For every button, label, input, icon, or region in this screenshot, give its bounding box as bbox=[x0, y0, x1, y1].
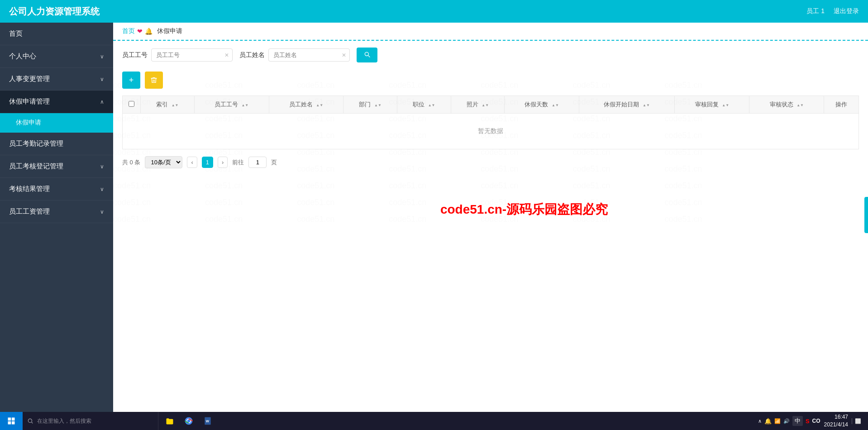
search-label-name: 员工姓名 bbox=[239, 51, 265, 59]
taskbar-apps: W bbox=[158, 412, 219, 430]
page-size-select[interactable]: 10条/页 20条/页 50条/页 bbox=[145, 156, 182, 168]
sidebar-item-leave-apply[interactable]: 休假申请 bbox=[0, 113, 113, 133]
svg-rect-0 bbox=[8, 418, 11, 421]
th-review-reply: 审核回复 ▲▼ bbox=[675, 96, 749, 114]
taskbar-app-icon: S bbox=[806, 418, 810, 425]
next-page-button[interactable]: › bbox=[218, 157, 228, 168]
data-table: 索引 ▲▼ 员工工号 ▲▼ 员工姓名 ▲▼ 部门 bbox=[122, 96, 859, 149]
search-input-empid[interactable] bbox=[151, 48, 233, 62]
th-action-label: 操作 bbox=[835, 101, 847, 108]
svg-point-4 bbox=[28, 419, 32, 422]
delete-button[interactable] bbox=[145, 72, 163, 89]
taskbar-datetime[interactable]: 16:47 2021/4/14 bbox=[824, 413, 848, 429]
svg-line-5 bbox=[32, 422, 33, 424]
sidebar-item-attendance-record[interactable]: 员工考勤记录管理 bbox=[0, 133, 113, 155]
sidebar-item-home[interactable]: 首页 bbox=[0, 23, 113, 45]
current-page-button[interactable]: 1 bbox=[202, 157, 213, 168]
add-button[interactable]: + bbox=[122, 72, 140, 89]
sort-arrows-dept[interactable]: ▲▼ bbox=[374, 104, 382, 107]
search-input-name[interactable] bbox=[268, 48, 350, 62]
th-checkbox bbox=[123, 96, 141, 114]
taskbar-language[interactable]: 中 bbox=[792, 416, 803, 426]
search-input-wrapper-empid: ✕ bbox=[151, 48, 233, 62]
svg-rect-2 bbox=[8, 421, 11, 425]
goto-page-input[interactable] bbox=[248, 157, 267, 168]
th-position-label: 职位 bbox=[413, 101, 424, 108]
taskbar-right: ∧ 🔔 📶 🔊 中 S CO 16:47 2021/4/14 ⬜ bbox=[751, 413, 868, 429]
sidebar-item-appraisal[interactable]: 考核结果管理 ∨ bbox=[0, 178, 113, 201]
logout-link[interactable]: 退出登录 bbox=[834, 7, 859, 15]
taskbar-volume-icon: 🔊 bbox=[783, 418, 790, 424]
clear-icon2[interactable]: ✕ bbox=[342, 52, 346, 58]
center-watermark: code51.cn-源码乐园盗图必究 bbox=[440, 201, 608, 218]
th-leave-days-label: 休假天数 bbox=[525, 101, 548, 108]
sort-arrows-empid[interactable]: ▲▼ bbox=[241, 104, 248, 107]
chevron-down-icon: ∨ bbox=[100, 186, 104, 192]
taskbar: 在这里输入，然后搜索 W ∧ 🔔 📶 🔊 中 S CO bbox=[0, 412, 868, 430]
goto-prefix: 前往 bbox=[232, 158, 244, 167]
chevron-down-icon: ∨ bbox=[100, 209, 104, 215]
taskbar-date-display: 2021/4/14 bbox=[824, 421, 848, 429]
taskbar-app-chrome[interactable] bbox=[180, 412, 198, 430]
breadcrumb-home[interactable]: 首页 bbox=[122, 27, 135, 35]
sidebar-item-leave-mgmt[interactable]: 休假申请管理 ∧ bbox=[0, 91, 113, 113]
th-index: 索引 ▲▼ bbox=[141, 96, 195, 114]
taskbar-network-icon: 📶 bbox=[774, 418, 781, 424]
empty-text: 暂无数据 bbox=[123, 114, 859, 149]
sort-arrows-position[interactable]: ▲▼ bbox=[428, 104, 435, 107]
breadcrumb-icon: ❤ bbox=[137, 28, 143, 35]
current-user: 员工 1 bbox=[806, 7, 825, 15]
taskbar-time-display: 16:47 bbox=[824, 413, 848, 421]
main-content: 首页 ❤ 🔔 休假申请 员工工号 ✕ 员工姓名 ✕ bbox=[113, 23, 868, 412]
taskbar-co-text: CO bbox=[812, 418, 820, 424]
sort-arrows-review-status[interactable]: ▲▼ bbox=[796, 104, 804, 107]
sidebar-item-hr-change[interactable]: 人事变更管理 ∨ bbox=[0, 68, 113, 91]
th-photo: 照片 ▲▼ bbox=[451, 96, 505, 114]
select-all-checkbox[interactable] bbox=[129, 101, 134, 107]
taskbar-search-box: 在这里输入，然后搜索 bbox=[23, 412, 158, 430]
th-review-reply-label: 审核回复 bbox=[695, 101, 719, 108]
prev-page-button[interactable]: ‹ bbox=[187, 157, 197, 168]
start-button[interactable] bbox=[0, 412, 23, 430]
chevron-down-icon: ∨ bbox=[100, 53, 104, 60]
breadcrumb-icon2: 🔔 bbox=[145, 28, 153, 35]
taskbar-app-word[interactable]: W bbox=[199, 412, 217, 430]
th-review-status: 审核状态 ▲▼ bbox=[749, 96, 824, 114]
sidebar-item-personal[interactable]: 个人中心 ∨ bbox=[0, 45, 113, 68]
th-index-label: 索引 bbox=[156, 101, 168, 108]
header: 公司人力资源管理系统 员工 1 退出登录 bbox=[0, 0, 868, 23]
sort-arrows-leave-start[interactable]: ▲▼ bbox=[643, 104, 650, 107]
sort-arrows-empname[interactable]: ▲▼ bbox=[316, 104, 323, 107]
chevron-down-icon: ∨ bbox=[100, 76, 104, 82]
taskbar-app-fileexplorer[interactable] bbox=[161, 412, 179, 430]
sidebar: 首页 个人中心 ∨ 人事变更管理 ∨ 休假申请管理 ∧ 休假申请 员工考勤记录管… bbox=[0, 23, 113, 412]
taskbar-show-desktop[interactable]: ⬜ bbox=[852, 418, 861, 424]
sort-arrows-review-reply[interactable]: ▲▼ bbox=[722, 104, 729, 107]
sort-arrows-photo[interactable]: ▲▼ bbox=[482, 104, 489, 107]
taskbar-system-icons: ∧ 🔔 📶 🔊 中 S CO bbox=[758, 416, 820, 426]
sidebar-item-salary[interactable]: 员工工资管理 ∨ bbox=[0, 201, 113, 223]
sidebar-item-attendance-reg[interactable]: 员工考核登记管理 ∨ bbox=[0, 155, 113, 178]
svg-rect-3 bbox=[12, 421, 15, 425]
th-position: 职位 ▲▼ bbox=[397, 96, 451, 114]
taskbar-arrow-icon[interactable]: ∧ bbox=[758, 418, 762, 424]
clear-icon[interactable]: ✕ bbox=[224, 52, 229, 58]
th-leave-days: 休假天数 ▲▼ bbox=[505, 96, 579, 114]
search-field-name: 员工姓名 ✕ bbox=[239, 48, 350, 62]
th-leave-start-label: 休假开始日期 bbox=[604, 101, 639, 108]
sort-arrows-leave-days[interactable]: ▲▼ bbox=[552, 104, 559, 107]
header-right: 员工 1 退出登录 bbox=[806, 7, 859, 15]
svg-rect-1 bbox=[12, 418, 15, 421]
chevron-down-icon: ∨ bbox=[100, 163, 104, 170]
taskbar-search-label[interactable]: 在这里输入，然后搜索 bbox=[37, 417, 91, 425]
pagination-bar: 共 0 条 10条/页 20条/页 50条/页 ‹ 1 › 前往 页 bbox=[113, 149, 868, 175]
search-button[interactable] bbox=[357, 48, 377, 62]
th-dept-label: 部门 bbox=[359, 101, 371, 108]
th-empid: 员工工号 ▲▼ bbox=[194, 96, 269, 114]
sort-arrows-index[interactable]: ▲▼ bbox=[172, 104, 179, 107]
action-bar: + bbox=[113, 69, 868, 96]
th-dept: 部门 ▲▼ bbox=[343, 96, 397, 114]
search-area: 员工工号 ✕ 员工姓名 ✕ bbox=[113, 41, 868, 69]
search-input-wrapper-name: ✕ bbox=[268, 48, 350, 62]
main-layout: 首页 个人中心 ∨ 人事变更管理 ∨ 休假申请管理 ∧ 休假申请 员工考勤记录管… bbox=[0, 23, 868, 412]
